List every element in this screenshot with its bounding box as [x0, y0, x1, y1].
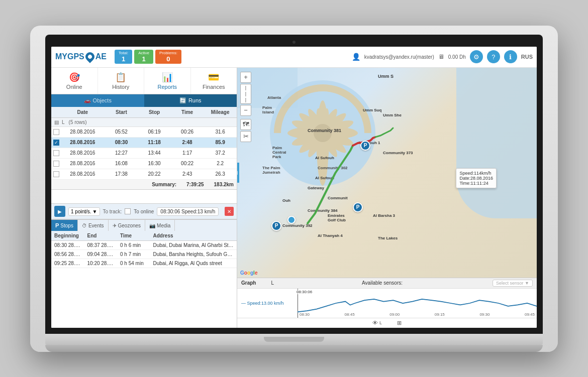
palm-island-svg: [267, 78, 378, 188]
info-button[interactable]: ℹ: [504, 50, 517, 63]
grid-button[interactable]: ⊞: [397, 320, 402, 326]
atlanta-label: Atlanta: [267, 95, 281, 100]
graph-l-label: L: [271, 280, 274, 286]
row1-checkbox[interactable]: [51, 127, 60, 137]
group-expand-icon[interactable]: ▤: [54, 119, 59, 125]
tab-online[interactable]: 🎯 Online: [51, 68, 98, 94]
table-row[interactable]: 28.08.2016 12:27 13:44 1:17 37.2: [51, 148, 237, 159]
summary-mileage: 183.2km: [214, 182, 234, 187]
active-badge[interactable]: Active 1: [134, 50, 153, 64]
track-checkbox[interactable]: [125, 208, 131, 214]
logo-text-my: MYGPS: [55, 52, 84, 61]
screen-bezel: MYGPS AE Total: 1 Active 1 Problems:: [45, 35, 543, 334]
total-badge[interactable]: Total: 1: [115, 50, 132, 64]
media-icon: 📷: [149, 223, 155, 228]
tab-stops[interactable]: P Stops: [51, 220, 78, 231]
stops-label: Stops: [60, 223, 73, 228]
objects-icon: 🚗: [84, 97, 91, 104]
tab-history[interactable]: 📋 History: [98, 68, 145, 94]
play-button[interactable]: ▶: [54, 206, 65, 217]
tab-finances-label: Finances: [203, 84, 225, 90]
bth-beginning: Beginning: [51, 231, 84, 240]
row2-date: 28.08.2016: [60, 138, 105, 147]
speed-selector[interactable]: 1 point/s. ▼: [68, 207, 100, 216]
row1-start: 05:52: [105, 127, 138, 137]
zoom-bar[interactable]: |||: [240, 84, 251, 104]
tab-media[interactable]: 📷 Media: [145, 220, 175, 231]
table-row[interactable]: 28.08.2016 16:08 16:30 00:22 2.2: [51, 159, 237, 169]
reports-icon: 📊: [162, 72, 173, 83]
time-label-6: 09:45: [525, 312, 535, 317]
geozones-icon: ✈: [113, 223, 117, 228]
total-label: Total:: [119, 51, 128, 55]
user-icon: 👤: [352, 53, 360, 61]
lakes-label: The Lakes: [378, 236, 398, 240]
parking-marker-2[interactable]: P: [353, 202, 363, 212]
finances-icon: 💳: [208, 72, 219, 83]
row3-checkbox[interactable]: [51, 148, 60, 158]
settings-button[interactable]: ⚙: [470, 50, 483, 63]
tab-finances[interactable]: 💳 Finances: [191, 68, 237, 94]
al-barsha3-label: Al Barsha 3: [373, 213, 395, 218]
stop1-begin: 08:30 28.08...: [51, 241, 84, 249]
stop3-time: 0 h 54 min: [117, 259, 150, 268]
stop1-address: Dubai, Dubai Marina, Al Gharbi Street, R…: [150, 241, 237, 249]
tooltip-date: Date:28.08.2016: [459, 176, 493, 181]
row5-checkbox[interactable]: [51, 169, 60, 179]
table-row[interactable]: 28.08.2016 05:52 06:19 00:26 31.6: [51, 127, 237, 138]
events-label: Events: [88, 223, 104, 228]
th-check: [51, 107, 60, 117]
tab-geozones[interactable]: ✈ Geozones: [109, 220, 146, 231]
summary-label: Summary:: [152, 182, 176, 187]
events-icon: ⏱: [82, 223, 87, 228]
row1-time: 00:26: [171, 127, 204, 137]
stop-row[interactable]: 08:30 28.08... 08:37 28.08... 0 h 6 min …: [51, 241, 237, 250]
stop3-end: 10:20 28.08...: [84, 259, 118, 268]
bth-address: Address: [150, 231, 237, 240]
logo-icon: [83, 50, 96, 63]
problems-badge[interactable]: Problems: 0: [155, 50, 181, 64]
camera: [292, 41, 296, 44]
row4-checkbox[interactable]: [51, 159, 60, 169]
help-button[interactable]: ?: [487, 50, 500, 63]
tab-reports[interactable]: 📊 Reports: [144, 68, 191, 94]
tools-button[interactable]: ✂: [240, 131, 251, 142]
zoom-out-button[interactable]: −: [240, 105, 251, 116]
th-stop: Stop: [138, 107, 171, 117]
eye-button[interactable]: 👁 L: [372, 320, 382, 326]
time-label-1: 08:30: [300, 312, 310, 317]
row2-stop: 11:18: [138, 138, 171, 147]
history-icon: 📋: [115, 72, 126, 83]
row2-checkbox[interactable]: ✓: [51, 138, 60, 148]
layer-button[interactable]: 🗺: [240, 119, 251, 130]
bottom-tabs: P Stops ⏱ Events ✈ Geozones 📷: [51, 219, 237, 231]
row3-start: 12:27: [105, 148, 138, 158]
subtab-runs[interactable]: 🔄 Runs: [144, 94, 237, 107]
map-tooltip: Speed:114km/h Date:28.08.2016 Time:11:11…: [456, 168, 497, 188]
zoom-in-button[interactable]: +: [240, 72, 251, 83]
parking-marker-1[interactable]: P: [271, 221, 281, 231]
stops-header: Beginning End Time Address: [51, 231, 237, 241]
community1-label: Communit: [328, 196, 348, 200]
active-value: 1: [138, 55, 149, 63]
total-value: 1: [119, 55, 128, 63]
stop-row[interactable]: 09:25 28.08... 10:20 28.08... 0 h 54 min…: [51, 259, 237, 268]
table-row[interactable]: 28.08.2016 17:38 20:22 2:43 26.3: [51, 169, 237, 180]
umm-suq-label: Umm S: [378, 74, 394, 79]
vehicle-marker[interactable]: [287, 216, 296, 224]
tab-events[interactable]: ⏱ Events: [78, 220, 109, 231]
row4-mileage: 2.2: [204, 159, 237, 168]
panel-collapse-handle[interactable]: ◀: [237, 163, 239, 183]
map-area[interactable]: Umm S Umm Suq Umm She Atlanta PalmIsland…: [237, 68, 537, 278]
sensor-selector[interactable]: Select sensor ▼: [493, 280, 533, 287]
playback-close-button[interactable]: ✕: [225, 207, 234, 216]
parking-marker-3[interactable]: P: [360, 141, 370, 151]
playback-bar: ▶ 1 point/s. ▼ To track: To online 08:30…: [51, 203, 237, 219]
table-row[interactable]: ✓ 28.08.2016 08:30 11:18 2:48 85.9: [51, 138, 237, 148]
umm-suq2-label: Umm Suq: [363, 108, 381, 112]
al-sufouh-label: Al Sufouh: [315, 156, 334, 160]
language-label[interactable]: RUS: [521, 54, 533, 60]
stop-row[interactable]: 08:56 28.08... 09:04 28.08... 0 h 7 min …: [51, 250, 237, 259]
runs-icon: 🔄: [179, 97, 186, 104]
subtab-objects[interactable]: 🚗 Objects: [51, 94, 144, 107]
